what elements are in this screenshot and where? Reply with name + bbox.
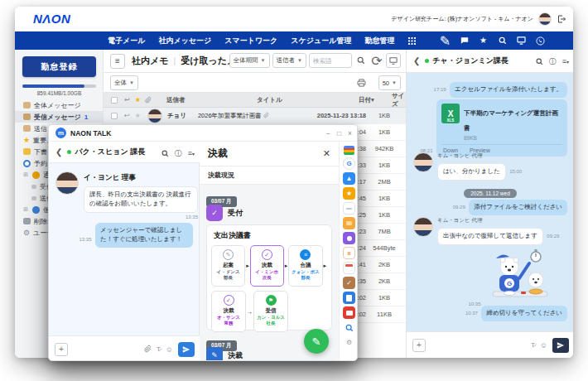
approval-body: 03/07 月 ✓ 受付 支出決議書 ✎ 起案 イ・ドンス部長 ▸ — [200, 185, 339, 361]
camera-icon[interactable] — [343, 232, 355, 244]
screen-share-icon[interactable] — [343, 306, 355, 319]
col-title[interactable]: タイトル — [257, 96, 282, 104]
period-filter[interactable]: 全体期間▼ — [229, 53, 270, 68]
expand-icon[interactable]: ⊞ — [23, 171, 29, 178]
star-icon[interactable]: ★ — [135, 97, 141, 104]
maximize-icon[interactable]: □ — [337, 129, 341, 137]
text-format-icon[interactable]: T̷ — [531, 341, 535, 349]
search-input[interactable] — [309, 53, 352, 68]
notes-icon[interactable]: ≣ — [343, 247, 355, 259]
table-row[interactable]: ↩ ★ チョリ 2026年加盟事業計画書 2025-11-23 13:18 1K… — [104, 108, 406, 124]
memo-toolbar: ≡ 社内メモ | 受け取ったメモ 1 全体期間▼ 送信者▼ ⟳ — [104, 50, 406, 73]
nav-schedule[interactable]: スケジュール管理 — [291, 36, 351, 46]
send-button[interactable] — [178, 342, 195, 357]
sidebar-item-inbox[interactable]: 受信メッセージ1 — [15, 111, 104, 123]
window-icon[interactable] — [343, 202, 355, 215]
memo-title-cell[interactable]: 2026年加盟事業計画書 — [198, 112, 269, 120]
attach-icon[interactable] — [144, 345, 152, 354]
search-icon[interactable] — [343, 321, 355, 334]
back-icon[interactable]: ❮ — [55, 147, 62, 157]
search-icon[interactable] — [498, 36, 507, 46]
xls-file-icon: XXLS — [441, 104, 460, 123]
star-icon[interactable]: ★ — [135, 112, 141, 119]
date-cell: 2025-11-23 13:18 — [317, 112, 366, 119]
row-checkbox[interactable] — [111, 113, 118, 119]
search-icon[interactable] — [354, 54, 368, 67]
menu-icon[interactable]: ≡▾ — [562, 57, 569, 65]
send-button[interactable] — [552, 338, 569, 353]
apps-grid-icon[interactable] — [407, 36, 417, 46]
print-icon[interactable] — [355, 76, 369, 89]
attendance-register-button[interactable]: 勤怠登録 — [22, 56, 96, 77]
screen: NΛON デザイン研究チーム: (株)ナオンソフト - キム・ナオン 電子メール… — [0, 0, 588, 381]
text-format-icon[interactable]: T̷ — [157, 345, 161, 353]
refresh-icon[interactable]: ⟳ — [370, 54, 383, 67]
flow-step-draft[interactable]: ✎ 起案 イ・ドンス部長 — [211, 245, 245, 287]
monitor-icon[interactable] — [517, 36, 526, 46]
flow-step-approve-2[interactable]: ✓ 決裁 オ・サンス常務 — [211, 291, 246, 332]
all-filter[interactable]: 全体▼ — [110, 75, 138, 90]
main-nav: 電子メール 社内メッセージ スマートワーク スケジュール管理 勤怠管理 ✎ ★ — [15, 31, 573, 50]
nav-mail[interactable]: 電子メール — [108, 36, 145, 46]
nav-internal-message[interactable]: 社内メッセージ — [158, 36, 211, 46]
nav-attendance[interactable]: 勤怠管理 — [364, 36, 394, 46]
color-menu-icon[interactable] — [344, 146, 354, 155]
logout-icon[interactable] — [557, 14, 566, 24]
close-icon[interactable]: × — [348, 129, 352, 137]
peer-name: チャ・ジョンミン課長 — [432, 55, 508, 66]
star-icon[interactable]: ★ — [479, 36, 488, 46]
minimize-icon[interactable]: − — [326, 129, 330, 137]
sender-avatar — [55, 171, 79, 195]
user-info: デザイン研究チーム: (株)ナオンソフト - キム・ナオン — [391, 15, 533, 23]
flow-step-consult[interactable]: ≡ 合議 クォン・ボス部長 — [288, 245, 322, 287]
add-attachment-button[interactable]: + — [55, 343, 68, 356]
col-sender[interactable]: 送信者 — [166, 96, 186, 104]
approval-document-card[interactable]: 支出決議書 ✎ 起案 イ・ドンス部長 ▸ ✓ 決裁 イ・ミンホ次長 — [206, 224, 332, 330]
photo-icon[interactable]: ▲ — [343, 172, 355, 185]
sender-name: イ・ヨンヒ 理事 — [84, 173, 198, 183]
new-approval-fab[interactable]: ✎ — [304, 329, 329, 354]
back-icon[interactable]: ❮ — [413, 56, 420, 65]
select-all-checkbox[interactable] — [111, 97, 118, 104]
clipboard-icon[interactable]: ✓ — [343, 277, 355, 289]
sender-filter[interactable]: 送信者▼ — [272, 53, 306, 68]
flow-step-approve-active[interactable]: ✓ 決裁 イ・ミンホ次長 — [250, 245, 284, 287]
col-size[interactable]: サイズ — [392, 92, 406, 109]
search-icon[interactable] — [161, 146, 169, 161]
hamburger-icon[interactable]: ≡ — [110, 54, 125, 69]
file-attachment-card[interactable]: XXLS 下半期のマーケティング運営計画書 89KB Down Preview — [436, 99, 567, 157]
arrow-icon: → — [247, 309, 253, 315]
star-badge-icon[interactable]: ★ — [343, 187, 355, 200]
memo-title: 社内メモ — [132, 55, 169, 67]
document-icon[interactable] — [343, 292, 355, 304]
page-size-select[interactable]: 50▼ — [378, 75, 401, 90]
menu-icon[interactable]: ≡▾ — [188, 149, 195, 157]
phone-icon[interactable] — [536, 36, 545, 46]
clock-icon — [23, 160, 31, 167]
calendar-icon[interactable] — [343, 262, 355, 274]
user-avatar[interactable] — [538, 12, 552, 26]
talk-titlebar[interactable]: m NAON TALK − □ × — [49, 125, 358, 142]
col-date[interactable]: 日付▾ — [359, 96, 374, 104]
add-attachment-button[interactable]: + — [412, 339, 426, 352]
search-icon[interactable] — [536, 54, 543, 69]
close-icon[interactable]: ✕ — [323, 148, 330, 159]
settings-gear-icon[interactable]: ⚙ — [343, 336, 355, 349]
info-icon[interactable]: ⓘ — [549, 56, 557, 67]
expand-icon[interactable]: ⊞ — [23, 206, 29, 213]
storage-text: 859.41MB/1.00GB — [15, 90, 104, 96]
table-header: ↩ ★ 送信者 タイトル 日付▾ サイズ — [104, 93, 406, 108]
pencil-icon[interactable]: ✎ — [441, 36, 450, 46]
folder-icon[interactable] — [343, 217, 355, 229]
flow-step-receive[interactable]: ⚑ 受信 カン・ヨルス社長 — [253, 291, 288, 332]
google-g-icon[interactable]: G — [343, 157, 355, 170]
nav-smartwork[interactable]: スマートワーク — [224, 36, 277, 46]
reception-icon: ✓ — [206, 205, 223, 221]
info-icon[interactable]: ⓘ — [175, 148, 182, 159]
reception-label: 受付 — [228, 208, 243, 219]
chat-icon[interactable] — [460, 36, 469, 46]
sidebar-item-all-messages[interactable]: 全体メッセージ — [15, 99, 104, 111]
monitor-view-icon[interactable] — [386, 53, 401, 68]
emoji-icon[interactable]: ☺ — [166, 345, 173, 354]
emoji-icon[interactable]: ☺ — [540, 341, 547, 350]
